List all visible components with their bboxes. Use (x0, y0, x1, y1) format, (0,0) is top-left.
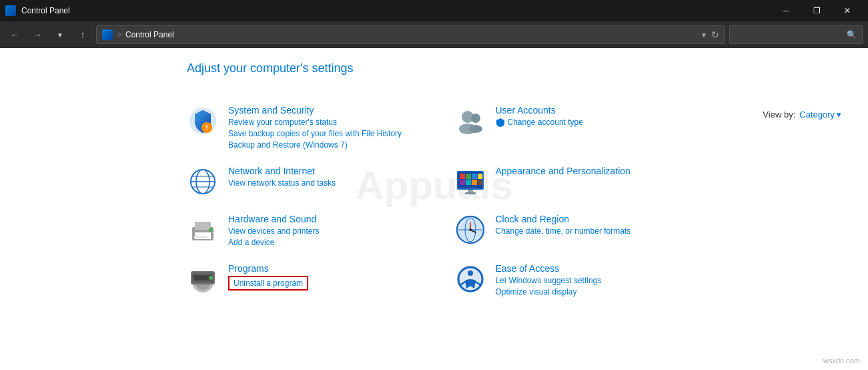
back-button[interactable]: ← (5, 25, 24, 44)
app-icon (5, 5, 16, 16)
address-dropdown-arrow[interactable]: ▼ (701, 31, 707, 39)
appearance-title[interactable]: Appearance and Personalization (496, 166, 630, 176)
network-internet-icon (187, 166, 219, 198)
svg-point-45 (209, 276, 213, 280)
dropdown-button[interactable]: ▼ (51, 25, 69, 44)
shield-small-icon (496, 118, 505, 127)
svg-point-5 (471, 114, 480, 123)
svg-point-38 (469, 228, 472, 231)
view-by-value: Category (799, 110, 835, 120)
programs-icon (187, 263, 219, 295)
clock-region-icon (454, 214, 486, 246)
svg-point-48 (468, 270, 473, 276)
forward-button[interactable]: → (28, 25, 47, 44)
network-internet-text: Network and Internet View network status… (228, 166, 336, 188)
refresh-icon[interactable]: ↻ (711, 29, 719, 40)
svg-point-6 (469, 125, 482, 133)
view-by-category[interactable]: Category ▾ (799, 110, 841, 120)
ease-access-icon (454, 263, 486, 295)
view-devices-printers-link[interactable]: View devices and printers (228, 226, 320, 236)
up-button[interactable]: ↑ (73, 25, 92, 44)
category-ease-access: Ease of Access Let Windows suggest setti… (454, 263, 682, 297)
review-computer-status-link[interactable]: Review your computer's status (228, 118, 402, 127)
svg-point-29 (209, 228, 213, 232)
title-bar-label: Control Panel (21, 6, 771, 15)
svg-rect-25 (465, 192, 476, 194)
windows-suggest-link[interactable]: Let Windows suggest settings (496, 276, 602, 285)
hardware-sound-title[interactable]: Hardware and Sound (228, 214, 320, 224)
svg-rect-20 (460, 180, 465, 185)
ease-access-title[interactable]: Ease of Access (496, 263, 602, 274)
user-accounts-title[interactable]: User Accounts (496, 105, 583, 116)
main-content: Adjust your computer's settings (0, 48, 868, 370)
add-device-link[interactable]: Add a device (228, 238, 320, 247)
view-network-status-link[interactable]: View network status and tasks (228, 178, 336, 188)
user-accounts-icon (454, 105, 486, 137)
backup-restore-link[interactable]: Backup and Restore (Windows 7) (228, 140, 402, 150)
svg-rect-18 (472, 174, 477, 179)
appearance-icon (454, 166, 486, 198)
category-system-security: ! System and Security Review your comput… (187, 105, 414, 150)
search-box[interactable]: 🔍 (729, 25, 863, 44)
programs-text: Programs Uninstall a program (228, 263, 308, 291)
file-history-link[interactable]: Save backup copies of your files with Fi… (228, 129, 402, 138)
close-button[interactable]: ✕ (832, 0, 863, 21)
address-field[interactable]: > Control Panel ▼ ↻ (96, 25, 725, 44)
address-separator: > (117, 30, 121, 39)
svg-rect-17 (466, 174, 471, 179)
view-by-arrow: ▾ (837, 110, 841, 120)
hardware-sound-text: Hardware and Sound View devices and prin… (228, 214, 320, 247)
svg-rect-16 (460, 174, 465, 179)
view-by-label: View by: (763, 110, 795, 120)
network-internet-title[interactable]: Network and Internet (228, 166, 336, 176)
category-clock-region: Clock and Region Change date, time, or n… (454, 214, 682, 247)
category-appearance: Appearance and Personalization (454, 166, 682, 198)
system-security-icon: ! (187, 105, 219, 137)
category-hardware-sound: Hardware and Sound View devices and prin… (187, 214, 414, 247)
user-accounts-text: User Accounts Change account type (496, 105, 583, 127)
clock-region-text: Clock and Region Change date, time, or n… (496, 214, 631, 236)
address-path: Control Panel (125, 30, 174, 39)
category-user-accounts: User Accounts Change account type (454, 105, 682, 150)
change-date-time-link[interactable]: Change date, time, or number formats (496, 226, 631, 236)
svg-text:!: ! (205, 124, 207, 132)
svg-rect-28 (195, 222, 211, 230)
page-title: Adjust your computer's settings (187, 61, 354, 75)
change-account-type-link[interactable]: Change account type (508, 118, 583, 127)
restore-button[interactable]: ❐ (801, 0, 832, 21)
system-security-title[interactable]: System and Security (228, 105, 402, 116)
programs-title[interactable]: Programs (228, 263, 308, 274)
hardware-sound-icon (187, 214, 219, 246)
svg-rect-24 (468, 190, 473, 192)
uninstall-program-link[interactable]: Uninstall a program (228, 276, 308, 291)
clock-region-title[interactable]: Clock and Region (496, 214, 631, 224)
category-programs: Programs Uninstall a program (187, 263, 414, 297)
ease-access-text: Ease of Access Let Windows suggest setti… (496, 263, 602, 297)
title-bar-controls: ─ ❐ ✕ (771, 0, 863, 21)
svg-rect-21 (466, 180, 471, 185)
svg-rect-22 (472, 180, 477, 185)
category-network-internet: Network and Internet View network status… (187, 166, 414, 198)
svg-rect-19 (478, 174, 482, 179)
svg-rect-30 (193, 236, 207, 238)
minimize-button[interactable]: ─ (771, 0, 801, 21)
svg-rect-27 (195, 232, 211, 239)
system-security-text: System and Security Review your computer… (228, 105, 402, 150)
title-bar: Control Panel ─ ❐ ✕ (0, 0, 868, 21)
appearance-text: Appearance and Personalization (496, 166, 630, 176)
optimize-visual-link[interactable]: Optimize visual display (496, 287, 602, 297)
categories-grid: ! System and Security Review your comput… (187, 105, 681, 297)
address-bar: ← → ▼ ↑ > Control Panel ▼ ↻ 🔍 (0, 21, 868, 48)
search-icon: 🔍 (847, 30, 857, 39)
view-by: View by: Category ▾ (763, 110, 841, 120)
svg-rect-7 (472, 125, 480, 126)
address-icon (102, 29, 113, 40)
svg-rect-23 (478, 180, 482, 185)
